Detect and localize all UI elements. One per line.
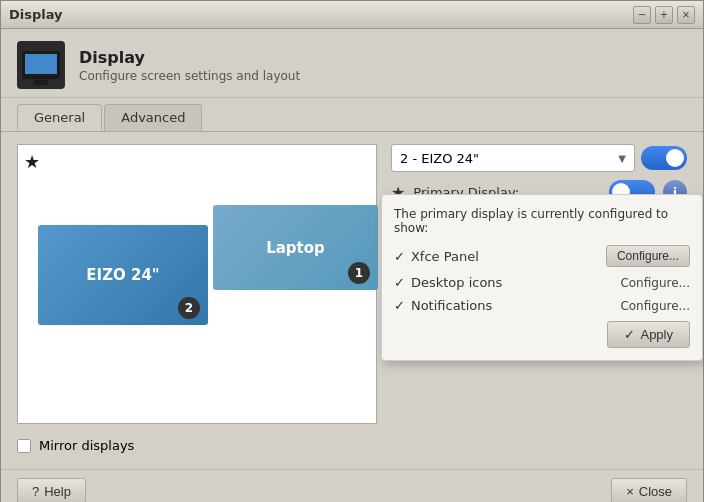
app-icon <box>17 41 65 89</box>
content-area: ★ EIZO 24" 2 Laptop 1 2 - EIZO 24" ▼ <box>1 131 703 469</box>
display-laptop[interactable]: Laptop 1 <box>213 205 378 290</box>
popup-item-notifications: ✓ Notifications Configure... <box>394 298 690 313</box>
mirror-row: Mirror displays <box>17 434 687 457</box>
notifications-check-icon: ✓ <box>394 298 405 313</box>
configure-xfce-button[interactable]: Configure... <box>606 245 690 267</box>
display-dropdown[interactable]: 2 - EIZO 24" ▼ <box>391 144 635 172</box>
display-eizo-badge: 2 <box>178 297 200 319</box>
close-x-icon: × <box>626 484 634 499</box>
titlebar-left: Display <box>9 7 63 22</box>
apply-check-icon: ✓ <box>624 327 635 342</box>
titlebar-controls: − + × <box>633 6 695 24</box>
header-text: Display Configure screen settings and la… <box>79 48 300 83</box>
help-circle-icon: ? <box>32 484 39 499</box>
popup-item-xfce-panel: ✓ Xfce Panel Configure... <box>394 245 690 267</box>
xfce-panel-label: Xfce Panel <box>411 249 479 264</box>
footer: ? Help × Close <box>1 469 703 502</box>
app-subtitle: Configure screen settings and layout <box>79 69 300 83</box>
maximize-button[interactable]: + <box>655 6 673 24</box>
dropdown-arrow-icon: ▼ <box>618 153 626 164</box>
configure-notifications-text[interactable]: Configure... <box>620 299 690 313</box>
popup-item-xfce-left: ✓ Xfce Panel <box>394 249 479 264</box>
popup-item-desktop-left: ✓ Desktop icons <box>394 275 502 290</box>
right-panel: 2 - EIZO 24" ▼ ★ Primary Display: i The … <box>391 144 687 424</box>
notifications-label: Notifications <box>411 298 492 313</box>
window-title: Display <box>9 7 63 22</box>
popup-item-notifications-left: ✓ Notifications <box>394 298 492 313</box>
monitor-icon <box>22 51 60 79</box>
tab-advanced[interactable]: Advanced <box>104 104 202 131</box>
display-eizo[interactable]: EIZO 24" 2 <box>38 225 208 325</box>
main-window: Display − + × Display Configure screen s… <box>0 0 704 502</box>
apply-row: ✓ Apply <box>394 321 690 348</box>
close-window-button[interactable]: × <box>677 6 695 24</box>
display-enable-toggle[interactable] <box>641 146 687 170</box>
mirror-displays-label: Mirror displays <box>39 438 134 453</box>
mirror-displays-checkbox[interactable] <box>17 439 31 453</box>
tab-general[interactable]: General <box>17 104 102 131</box>
xfce-check-icon: ✓ <box>394 249 405 264</box>
tabs-bar: General Advanced <box>1 98 703 131</box>
header-section: Display Configure screen settings and la… <box>1 29 703 98</box>
primary-star-icon: ★ <box>24 151 40 172</box>
popup-title: The primary display is currently configu… <box>394 207 690 235</box>
display-laptop-badge: 1 <box>348 262 370 284</box>
display-selector-row: 2 - EIZO 24" ▼ <box>391 144 687 172</box>
popup-item-desktop-icons: ✓ Desktop icons Configure... <box>394 275 690 290</box>
desktop-icons-label: Desktop icons <box>411 275 502 290</box>
desktop-check-icon: ✓ <box>394 275 405 290</box>
configure-desktop-text[interactable]: Configure... <box>620 276 690 290</box>
main-row: ★ EIZO 24" 2 Laptop 1 2 - EIZO 24" ▼ <box>17 144 687 424</box>
titlebar: Display − + × <box>1 1 703 29</box>
help-button[interactable]: ? Help <box>17 478 86 502</box>
display-canvas: ★ EIZO 24" 2 Laptop 1 <box>17 144 377 424</box>
apply-button[interactable]: ✓ Apply <box>607 321 690 348</box>
app-title: Display <box>79 48 300 67</box>
monitor-screen <box>25 54 57 74</box>
minimize-button[interactable]: − <box>633 6 651 24</box>
primary-display-popup: The primary display is currently configu… <box>381 194 703 361</box>
close-button[interactable]: × Close <box>611 478 687 502</box>
